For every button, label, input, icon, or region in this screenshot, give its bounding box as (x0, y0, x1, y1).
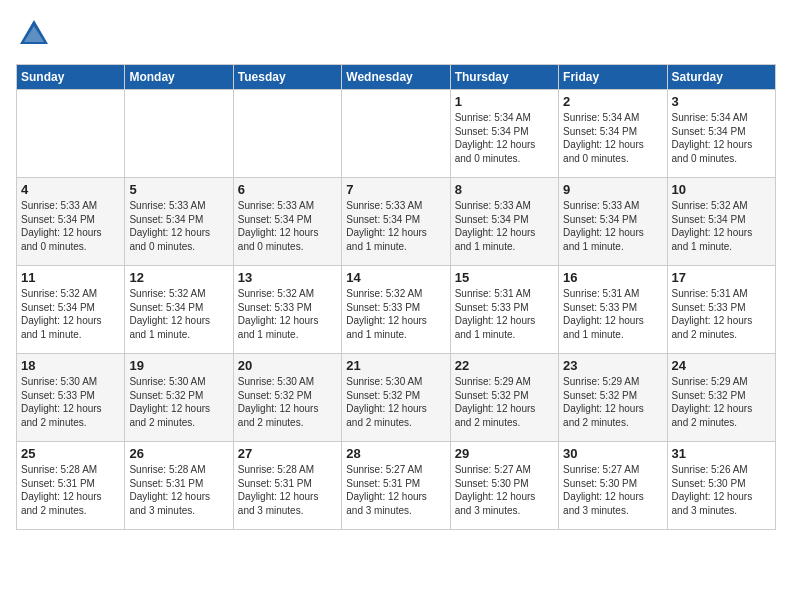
week-row-3: 11Sunrise: 5:32 AM Sunset: 5:34 PM Dayli… (17, 266, 776, 354)
day-cell: 12Sunrise: 5:32 AM Sunset: 5:34 PM Dayli… (125, 266, 233, 354)
day-cell: 1Sunrise: 5:34 AM Sunset: 5:34 PM Daylig… (450, 90, 558, 178)
day-info: Sunrise: 5:31 AM Sunset: 5:33 PM Dayligh… (563, 287, 662, 341)
day-number: 8 (455, 182, 554, 197)
day-info: Sunrise: 5:28 AM Sunset: 5:31 PM Dayligh… (129, 463, 228, 517)
calendar-table: SundayMondayTuesdayWednesdayThursdayFrid… (16, 64, 776, 530)
day-info: Sunrise: 5:28 AM Sunset: 5:31 PM Dayligh… (21, 463, 120, 517)
day-info: Sunrise: 5:27 AM Sunset: 5:30 PM Dayligh… (455, 463, 554, 517)
page-header (16, 16, 776, 52)
day-info: Sunrise: 5:29 AM Sunset: 5:32 PM Dayligh… (563, 375, 662, 429)
day-number: 14 (346, 270, 445, 285)
week-row-2: 4Sunrise: 5:33 AM Sunset: 5:34 PM Daylig… (17, 178, 776, 266)
day-cell: 21Sunrise: 5:30 AM Sunset: 5:32 PM Dayli… (342, 354, 450, 442)
day-cell: 16Sunrise: 5:31 AM Sunset: 5:33 PM Dayli… (559, 266, 667, 354)
day-cell: 10Sunrise: 5:32 AM Sunset: 5:34 PM Dayli… (667, 178, 775, 266)
week-row-1: 1Sunrise: 5:34 AM Sunset: 5:34 PM Daylig… (17, 90, 776, 178)
day-info: Sunrise: 5:32 AM Sunset: 5:34 PM Dayligh… (129, 287, 228, 341)
day-number: 18 (21, 358, 120, 373)
day-number: 28 (346, 446, 445, 461)
day-number: 19 (129, 358, 228, 373)
day-info: Sunrise: 5:27 AM Sunset: 5:30 PM Dayligh… (563, 463, 662, 517)
day-info: Sunrise: 5:32 AM Sunset: 5:34 PM Dayligh… (21, 287, 120, 341)
day-number: 11 (21, 270, 120, 285)
day-info: Sunrise: 5:29 AM Sunset: 5:32 PM Dayligh… (455, 375, 554, 429)
day-info: Sunrise: 5:31 AM Sunset: 5:33 PM Dayligh… (455, 287, 554, 341)
day-number: 5 (129, 182, 228, 197)
day-number: 26 (129, 446, 228, 461)
day-number: 27 (238, 446, 337, 461)
header-cell-monday: Monday (125, 65, 233, 90)
header-cell-sunday: Sunday (17, 65, 125, 90)
day-info: Sunrise: 5:33 AM Sunset: 5:34 PM Dayligh… (238, 199, 337, 253)
day-number: 9 (563, 182, 662, 197)
day-number: 1 (455, 94, 554, 109)
day-number: 20 (238, 358, 337, 373)
day-number: 10 (672, 182, 771, 197)
day-number: 2 (563, 94, 662, 109)
day-info: Sunrise: 5:29 AM Sunset: 5:32 PM Dayligh… (672, 375, 771, 429)
day-number: 7 (346, 182, 445, 197)
day-cell: 7Sunrise: 5:33 AM Sunset: 5:34 PM Daylig… (342, 178, 450, 266)
header-row: SundayMondayTuesdayWednesdayThursdayFrid… (17, 65, 776, 90)
day-cell: 25Sunrise: 5:28 AM Sunset: 5:31 PM Dayli… (17, 442, 125, 530)
day-info: Sunrise: 5:30 AM Sunset: 5:32 PM Dayligh… (238, 375, 337, 429)
day-info: Sunrise: 5:34 AM Sunset: 5:34 PM Dayligh… (672, 111, 771, 165)
day-info: Sunrise: 5:30 AM Sunset: 5:32 PM Dayligh… (129, 375, 228, 429)
day-info: Sunrise: 5:34 AM Sunset: 5:34 PM Dayligh… (563, 111, 662, 165)
day-cell: 8Sunrise: 5:33 AM Sunset: 5:34 PM Daylig… (450, 178, 558, 266)
header-cell-friday: Friday (559, 65, 667, 90)
day-number: 17 (672, 270, 771, 285)
logo-icon (16, 16, 52, 52)
day-info: Sunrise: 5:30 AM Sunset: 5:33 PM Dayligh… (21, 375, 120, 429)
day-cell: 5Sunrise: 5:33 AM Sunset: 5:34 PM Daylig… (125, 178, 233, 266)
day-cell (125, 90, 233, 178)
day-info: Sunrise: 5:32 AM Sunset: 5:34 PM Dayligh… (672, 199, 771, 253)
day-cell: 9Sunrise: 5:33 AM Sunset: 5:34 PM Daylig… (559, 178, 667, 266)
day-number: 30 (563, 446, 662, 461)
day-info: Sunrise: 5:31 AM Sunset: 5:33 PM Dayligh… (672, 287, 771, 341)
week-row-4: 18Sunrise: 5:30 AM Sunset: 5:33 PM Dayli… (17, 354, 776, 442)
day-info: Sunrise: 5:28 AM Sunset: 5:31 PM Dayligh… (238, 463, 337, 517)
day-cell: 24Sunrise: 5:29 AM Sunset: 5:32 PM Dayli… (667, 354, 775, 442)
day-cell: 23Sunrise: 5:29 AM Sunset: 5:32 PM Dayli… (559, 354, 667, 442)
day-info: Sunrise: 5:32 AM Sunset: 5:33 PM Dayligh… (238, 287, 337, 341)
day-info: Sunrise: 5:32 AM Sunset: 5:33 PM Dayligh… (346, 287, 445, 341)
day-number: 6 (238, 182, 337, 197)
day-cell (17, 90, 125, 178)
day-number: 24 (672, 358, 771, 373)
day-number: 22 (455, 358, 554, 373)
day-cell: 2Sunrise: 5:34 AM Sunset: 5:34 PM Daylig… (559, 90, 667, 178)
day-cell: 3Sunrise: 5:34 AM Sunset: 5:34 PM Daylig… (667, 90, 775, 178)
day-number: 15 (455, 270, 554, 285)
day-info: Sunrise: 5:33 AM Sunset: 5:34 PM Dayligh… (455, 199, 554, 253)
day-number: 21 (346, 358, 445, 373)
day-cell: 13Sunrise: 5:32 AM Sunset: 5:33 PM Dayli… (233, 266, 341, 354)
logo (16, 16, 58, 52)
day-cell: 27Sunrise: 5:28 AM Sunset: 5:31 PM Dayli… (233, 442, 341, 530)
day-cell: 11Sunrise: 5:32 AM Sunset: 5:34 PM Dayli… (17, 266, 125, 354)
day-cell: 31Sunrise: 5:26 AM Sunset: 5:30 PM Dayli… (667, 442, 775, 530)
day-info: Sunrise: 5:33 AM Sunset: 5:34 PM Dayligh… (346, 199, 445, 253)
day-number: 31 (672, 446, 771, 461)
day-cell: 14Sunrise: 5:32 AM Sunset: 5:33 PM Dayli… (342, 266, 450, 354)
header-cell-wednesday: Wednesday (342, 65, 450, 90)
week-row-5: 25Sunrise: 5:28 AM Sunset: 5:31 PM Dayli… (17, 442, 776, 530)
day-number: 29 (455, 446, 554, 461)
day-info: Sunrise: 5:30 AM Sunset: 5:32 PM Dayligh… (346, 375, 445, 429)
day-number: 12 (129, 270, 228, 285)
day-cell: 28Sunrise: 5:27 AM Sunset: 5:31 PM Dayli… (342, 442, 450, 530)
day-cell: 19Sunrise: 5:30 AM Sunset: 5:32 PM Dayli… (125, 354, 233, 442)
day-cell (342, 90, 450, 178)
day-cell: 29Sunrise: 5:27 AM Sunset: 5:30 PM Dayli… (450, 442, 558, 530)
day-cell: 20Sunrise: 5:30 AM Sunset: 5:32 PM Dayli… (233, 354, 341, 442)
day-number: 3 (672, 94, 771, 109)
day-cell: 18Sunrise: 5:30 AM Sunset: 5:33 PM Dayli… (17, 354, 125, 442)
day-cell: 17Sunrise: 5:31 AM Sunset: 5:33 PM Dayli… (667, 266, 775, 354)
day-info: Sunrise: 5:26 AM Sunset: 5:30 PM Dayligh… (672, 463, 771, 517)
day-cell: 26Sunrise: 5:28 AM Sunset: 5:31 PM Dayli… (125, 442, 233, 530)
day-cell: 22Sunrise: 5:29 AM Sunset: 5:32 PM Dayli… (450, 354, 558, 442)
day-number: 16 (563, 270, 662, 285)
day-cell: 6Sunrise: 5:33 AM Sunset: 5:34 PM Daylig… (233, 178, 341, 266)
day-info: Sunrise: 5:33 AM Sunset: 5:34 PM Dayligh… (21, 199, 120, 253)
header-cell-saturday: Saturday (667, 65, 775, 90)
